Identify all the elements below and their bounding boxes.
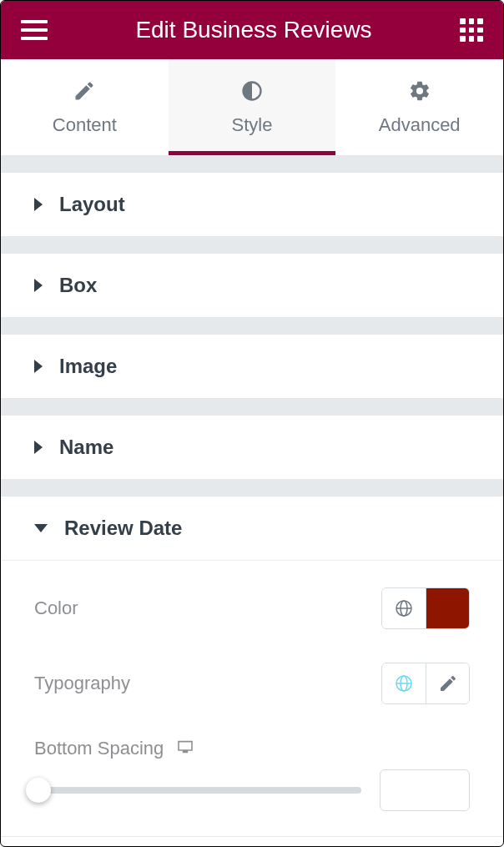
section-header-name[interactable]: Name: [1, 416, 503, 479]
control-typography: Typography: [34, 646, 470, 721]
section-title: Box: [59, 274, 97, 297]
typography-label: Typography: [34, 673, 130, 694]
bottom-spacing-label: Bottom Spacing: [34, 738, 164, 759]
spacer: [1, 399, 503, 416]
spacer: [1, 318, 503, 335]
contrast-icon: [240, 79, 264, 103]
spacer: [1, 480, 503, 497]
chevron-right-icon: [34, 198, 43, 211]
bottom-spacing-slider[interactable]: [34, 779, 361, 802]
review-date-controls: Color Typography Bottom Spacing: [1, 560, 503, 836]
global-color-button[interactable]: [382, 588, 426, 628]
section-header-layout[interactable]: Layout: [1, 173, 503, 236]
slider-track: [34, 787, 361, 794]
bottom-spacing-input[interactable]: [380, 769, 470, 811]
menu-icon[interactable]: [21, 20, 48, 40]
chevron-down-icon: [34, 524, 48, 532]
editor-header: Edit Business Reviews: [1, 1, 503, 59]
pencil-icon: [438, 673, 458, 693]
globe-icon: [394, 598, 414, 618]
color-picker-group: [381, 587, 470, 629]
responsive-desktop-icon[interactable]: [177, 740, 194, 757]
tab-label: Advanced: [379, 114, 461, 136]
tab-style[interactable]: Style: [169, 59, 336, 155]
tab-label: Content: [53, 114, 117, 136]
section-header-review-date[interactable]: Review Date: [1, 497, 503, 560]
tab-advanced[interactable]: Advanced: [335, 59, 503, 155]
tab-label: Style: [232, 114, 273, 136]
color-label: Color: [34, 597, 78, 619]
tab-content[interactable]: Content: [1, 59, 169, 155]
color-swatch[interactable]: [426, 588, 469, 628]
section-header-box[interactable]: Box: [1, 254, 503, 317]
chevron-right-icon: [34, 360, 43, 373]
chevron-right-icon: [34, 441, 43, 454]
section-title: Image: [59, 355, 117, 378]
section-review-date: Review Date Color Typography: [1, 497, 503, 837]
globe-icon: [394, 673, 414, 693]
panel-title: Edit Business Reviews: [135, 17, 371, 43]
slider-thumb[interactable]: [26, 778, 51, 803]
control-bottom-spacing-label: Bottom Spacing: [34, 721, 470, 764]
spacer: [1, 237, 503, 254]
gear-icon: [408, 79, 431, 103]
control-color: Color: [34, 571, 470, 646]
apps-icon[interactable]: [460, 18, 483, 42]
pencil-icon: [73, 79, 96, 103]
chevron-right-icon: [34, 279, 43, 292]
section-header-image[interactable]: Image: [1, 335, 503, 398]
bottom-spacing-slider-row: [34, 764, 470, 811]
section-box: Box: [1, 254, 503, 318]
spacer: [1, 156, 503, 173]
edit-typography-button[interactable]: [426, 663, 469, 703]
global-typography-button[interactable]: [382, 663, 426, 703]
section-image: Image: [1, 335, 503, 399]
section-name: Name: [1, 416, 503, 480]
tabs: Content Style Advanced: [1, 59, 503, 156]
section-title: Review Date: [64, 517, 182, 540]
typography-group: [381, 663, 470, 704]
section-title: Layout: [59, 193, 125, 216]
section-layout: Layout: [1, 173, 503, 237]
section-title: Name: [59, 436, 113, 459]
